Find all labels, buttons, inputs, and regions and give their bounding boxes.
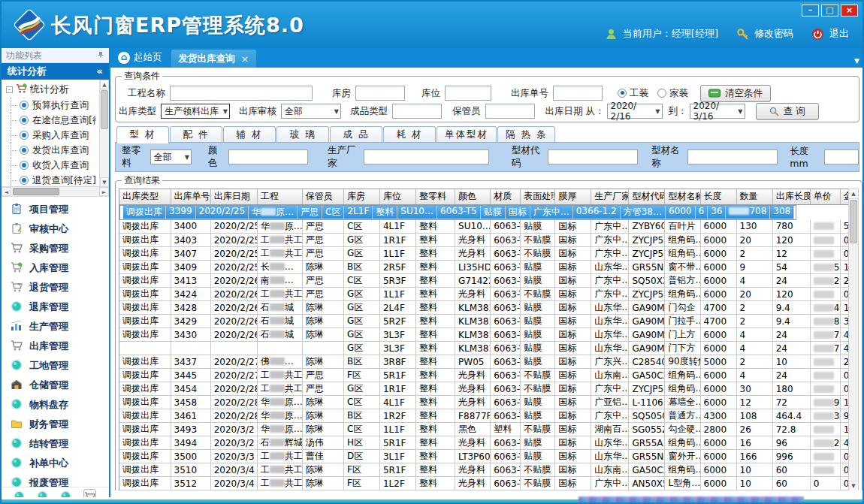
column-header[interactable]: 出库单号 (171, 189, 210, 204)
profile-name-input[interactable] (687, 149, 778, 164)
collapse-icon[interactable]: « (97, 63, 103, 80)
column-header[interactable]: 型材代码 (629, 189, 665, 204)
tab-overflow-icon[interactable]: ▼ (854, 57, 859, 65)
tree-item-2[interactable]: 采购入库查询 (3, 128, 96, 143)
column-header[interactable]: 工程 (257, 189, 302, 204)
material-tab-7[interactable]: 隔 热 条 (497, 126, 555, 142)
clear-conditions-button[interactable]: 清空条件 (700, 85, 771, 102)
column-header[interactable]: 膜厚 (555, 189, 591, 204)
table-row[interactable]: 调拨出库34032020/2/25工共工程严思G区1R1F整料光身料6063-T… (119, 234, 848, 247)
table-row[interactable]: 调拨出库34282020/2/26石城陈琳G区2L4F整料KLM38176063… (119, 301, 848, 315)
tree-item-4[interactable]: 收货入库查询 (3, 158, 96, 173)
table-row[interactable]: 调拨出库34452020/2/27工共工程严思F区5R1F整料光身料6063-T… (119, 369, 848, 382)
search-button[interactable]: 查 询 (756, 103, 819, 120)
pin-icon[interactable] (97, 48, 104, 63)
material-tab-4[interactable]: 成 品 (330, 126, 382, 142)
table-row[interactable]: 调拨出库34002020/2/25华原…严思C区4L1F整料SU10…6063-… (119, 220, 848, 234)
sidebar-menu-5[interactable]: 退库管理 (2, 297, 109, 317)
sidebar-menu-2[interactable]: 采购管理 (2, 239, 109, 258)
zll-select[interactable]: 全部▼ (150, 149, 192, 164)
tree-item-0[interactable]: 预算执行查询 (3, 98, 96, 113)
audit-select[interactable]: 全部▼ (281, 104, 341, 119)
material-tab-1[interactable]: 配 件 (170, 126, 222, 142)
scroll-down-icon[interactable]: ▼ (849, 481, 858, 490)
column-header[interactable]: 保管员 (302, 189, 343, 204)
sidebar-menu-6[interactable]: 生产管理 (2, 317, 109, 337)
tree-item-3[interactable]: 发货出库查询 (3, 143, 96, 158)
column-header[interactable]: 金额 (840, 189, 848, 204)
table-row[interactable]: 调拨出库34292020/2/26石城陈琳G区5R2F整料KLM38176063… (119, 315, 848, 328)
category-header[interactable]: 统计分析 « (2, 63, 109, 80)
tree-horizontal-scrollbar[interactable]: ◄ ► (2, 187, 109, 197)
table-row[interactable]: 调拨出库34612020/2/28华原…陈琳B区1R2F整料F8877FT606… (119, 409, 848, 423)
scroll-right-icon[interactable]: ► (99, 187, 109, 196)
profile-code-input[interactable] (548, 149, 638, 164)
scroll-left-icon[interactable]: ◄ (2, 187, 11, 196)
column-header[interactable]: 库位 (379, 189, 415, 204)
radio-jiazhuang[interactable]: 家装 (657, 87, 688, 100)
column-header[interactable]: 颜色 (455, 189, 491, 204)
tab-shipping-query[interactable]: 发货出库查询 × (171, 50, 257, 68)
keeper-input[interactable] (485, 104, 535, 119)
column-header[interactable]: 单价 (810, 189, 840, 204)
sidebar-menu-3[interactable]: 入库管理 (2, 258, 109, 278)
material-tab-0[interactable]: 型 材 (116, 126, 169, 143)
table-row[interactable]: 调拨出库34932020/3/2华原…陈琳C区1L1F整料黑色塑料不贴膜国标湖南… (119, 423, 848, 436)
warehouse-input[interactable] (355, 86, 405, 101)
date-from-picker[interactable]: 2020/ 2/16▼ (607, 104, 663, 119)
maximize-button[interactable]: □ (821, 5, 838, 17)
column-header[interactable]: 库房 (343, 189, 379, 204)
sidebar-menu-13[interactable]: 补单中心 (2, 454, 109, 473)
table-row[interactable]: G区3L3F整料KLM38176063-T5贴膜国标山东华…GA90M09…门下… (119, 342, 848, 355)
material-tab-5[interactable]: 耗 材 (383, 126, 436, 142)
column-header[interactable]: 出库长度 (772, 189, 810, 204)
color-input[interactable] (228, 149, 308, 164)
table-row[interactable]: 调拨出库34132020/2/26南…严思C区5R3F整料G714226063-… (119, 274, 848, 288)
sidebar-menu-11[interactable]: 财务管理 (2, 415, 109, 434)
location-input[interactable] (445, 86, 491, 101)
tree-item-1[interactable]: 在途信息查询[待 (3, 113, 96, 128)
tree-item-5[interactable]: 退货查询[待定] (3, 173, 96, 187)
table-row[interactable]: 调拨出库33992020/2/25华原…严思C区2L1F整料SU10…6063-… (119, 205, 796, 220)
column-header[interactable]: 出库日期 (210, 189, 257, 204)
change-password-link[interactable]: 修改密码 (754, 27, 793, 41)
sidebar-menu-1[interactable]: 审核中心 (2, 219, 109, 239)
material-tab-6[interactable]: 单体型材 (437, 126, 497, 142)
table-row[interactable]: 调拨出库34242020/2/26工共工程严思G区1L1F整料光身料6063-T… (119, 288, 848, 301)
sidebar-menu-10[interactable]: 物料盘存 (2, 395, 109, 415)
material-tab-2[interactable]: 辅 材 (223, 126, 276, 142)
scrollbar-thumb[interactable] (13, 188, 59, 195)
column-header[interactable]: 整零料 (416, 189, 455, 204)
sidebar-menu-8[interactable]: 工地管理 (2, 356, 109, 376)
product-type-input[interactable] (392, 104, 442, 119)
column-header[interactable]: 表面处理 (521, 189, 555, 204)
manufacturer-input[interactable] (364, 149, 489, 164)
tree-collapse-icon[interactable]: - (6, 86, 13, 93)
table-row[interactable]: 调拨出库34582020/2/28华原…陈琳C区4L1F整料光身料6063-T5… (119, 396, 848, 409)
column-header[interactable]: 出库类型 (119, 189, 171, 204)
table-row[interactable]: 调拨出库35002020/3/3工共工程曹佳D区3L1F整料LT3P606063… (119, 450, 848, 463)
tree-vertical-scrollbar[interactable]: ▲ ▼ (99, 80, 109, 187)
sidebar-menu-14[interactable]: 报废管理 (2, 473, 109, 487)
minimize-button[interactable]: – (802, 5, 819, 17)
table-row[interactable]: 调拨出库34092020/2/25长…陈琳B区2R5F整料LI35HD6063-… (119, 261, 848, 274)
sidebar-menu-0[interactable]: 项目管理 (2, 200, 109, 219)
date-to-picker[interactable]: 2020/ 3/16▼ (690, 104, 745, 119)
tab-home[interactable]: ⌂ 起始页 (110, 51, 171, 68)
radio-gongzhuang[interactable]: 工装 (618, 87, 648, 100)
scroll-up-icon[interactable]: ▲ (849, 189, 858, 199)
project-name-input[interactable] (170, 86, 313, 101)
scrollbar-thumb[interactable] (850, 200, 857, 243)
tree-root-statistics[interactable]: -统计分析 (3, 81, 96, 98)
tab-close-icon[interactable]: × (241, 53, 249, 65)
table-row[interactable]: 调拨出库34302020/2/26石城陈琳G区3L3F整料KLM38176063… (119, 328, 848, 342)
table-row[interactable]: 调拨出库35122020/3/4工共工程陈琳F区1L2F整料光身料6063-T5… (119, 477, 848, 490)
table-row[interactable]: 调拨出库34542020/2/28工共工程严思G区1R1F整料光身料6063-T… (119, 382, 848, 396)
sidebar-menu-7[interactable]: 出库管理 (2, 337, 109, 356)
column-header[interactable]: 数量 (736, 189, 772, 204)
logout-link[interactable]: 退出 (829, 27, 849, 41)
column-header[interactable]: 型材名称 (665, 189, 700, 204)
table-vertical-scrollbar[interactable]: ▲ ▼ (848, 189, 859, 490)
scroll-up-icon[interactable]: ▲ (100, 80, 109, 89)
scrollbar-thumb[interactable] (101, 90, 108, 129)
